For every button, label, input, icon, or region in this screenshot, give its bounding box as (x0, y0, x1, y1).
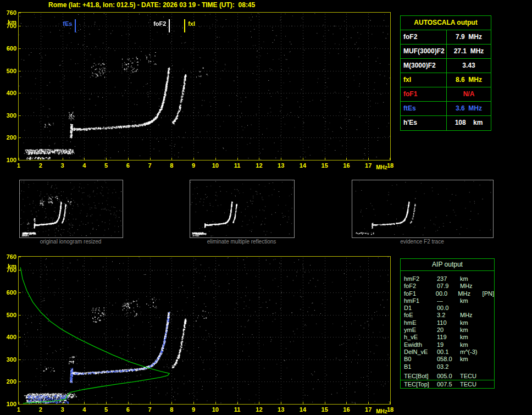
aip-row-extra (485, 327, 494, 334)
autoscala-row-value: 108 km (447, 116, 491, 130)
autoscala-row-fxI: fxI8.6 MHz (401, 73, 491, 87)
autoscala-row-label: foF2 (401, 30, 447, 44)
aip-row-TEC[Top]: TEC[Top]007.5TECU (401, 380, 494, 388)
x-tick-label: 15 (319, 406, 330, 413)
x-tick-label: 3 (57, 162, 68, 169)
autoscala-row-label: h'Es (401, 116, 447, 130)
x-tick-label: 6 (123, 406, 134, 413)
aip-row-label: DelN_vE (404, 348, 437, 356)
x-tick-label: 4 (79, 406, 90, 413)
aip-row-extra (485, 283, 494, 290)
aip-row-unit: MHz (460, 283, 485, 290)
aip-tec-extra (485, 372, 494, 380)
x-tick-label: 4 (79, 162, 90, 169)
aip-row-value: 110 (437, 319, 460, 327)
autoscala-row-value: 3.43 (447, 59, 491, 73)
aip-row-value: --- (437, 297, 460, 305)
aip-row-unit: MHz (458, 290, 482, 297)
ionogram-profile-chart: 760700600500400300200100km12345678910111… (2, 256, 395, 415)
x-tick-label: 14 (297, 162, 308, 169)
autoscala-row-label: ftEs (401, 102, 447, 115)
thumbnail-evidence-canvas (352, 180, 492, 236)
x-tick-label: 12 (253, 406, 264, 413)
aip-row-label: hmF1 (404, 297, 437, 305)
chart-bottom-plot (18, 256, 391, 405)
y-tick-label: 400 (2, 334, 16, 340)
aip-row-extra (485, 297, 494, 305)
aip-row-hmE: hmE110km (404, 319, 494, 327)
aip-row-ymE: ymE20km (404, 327, 494, 334)
aip-row-extra (485, 363, 494, 370)
y-axis-unit: km (2, 263, 16, 269)
marker-label-foF2: foF2 (153, 20, 166, 27)
x-tick-label: 1 (13, 406, 24, 413)
aip-row-unit (460, 363, 485, 370)
aip-row-hmF2: hmF2237km (404, 275, 494, 283)
x-tick-label: 6 (123, 162, 134, 169)
autoscala-table: foF27.9 MHzMUF(3000)F227.1 MHzM(3000)F23… (401, 30, 491, 130)
aip-row-value: 00.0 (437, 305, 460, 312)
aip-row-unit: km (460, 319, 485, 327)
aip-row-label: hmE (404, 319, 437, 327)
thumbnail-caption-eliminate: eliminate multiple reflections (190, 239, 293, 245)
x-tick-label: 2 (35, 406, 46, 413)
aip-row-extra (485, 348, 494, 356)
aip-row-label: B0 (404, 356, 437, 363)
y-tick-label: 500 (2, 312, 16, 318)
aip-row-unit: km (460, 341, 485, 348)
x-tick-label: 2 (35, 162, 46, 169)
x-tick-label: 9 (188, 162, 199, 169)
marker-line-foF2 (169, 19, 170, 32)
aip-row-B0: B0058.0km (404, 356, 494, 363)
aip-row-unit: km (460, 297, 485, 305)
marker-line-fxI (184, 19, 185, 32)
aip-row-unit (460, 305, 485, 312)
thumbnail-original-canvas (20, 180, 121, 236)
autoscala-row-label: fxI (401, 73, 447, 87)
aip-row-value: 237 (437, 275, 460, 283)
autoscala-window: Rome (lat: +41.8, lon: 012.5) - DATE: 20… (0, 0, 532, 415)
x-tick-label: 5 (101, 406, 112, 413)
x-tick-label: 14 (297, 406, 308, 413)
x-axis-unit: MHz (376, 408, 387, 414)
x-axis-unit: MHz (376, 164, 387, 170)
aip-row-value: 07.9 (437, 283, 460, 290)
x-tick-label: 16 (341, 406, 352, 413)
aip-row-value: 3.2 (437, 312, 460, 319)
x-tick-label: 8 (166, 406, 177, 413)
x-tick-label: 1 (13, 162, 24, 169)
aip-row-label: hmF2 (404, 275, 437, 283)
aip-tec-label: TEC[Top] (404, 380, 437, 388)
aip-row-label: foF1 (404, 290, 436, 297)
autoscala-row-MUF(3000)F2: MUF(3000)F227.1 MHz (401, 45, 491, 59)
aip-row-Ewidth: Ewidth19km (404, 341, 494, 348)
x-tick-label: 12 (253, 162, 264, 169)
y-tick-label: 300 (2, 112, 16, 119)
y-tick-label: 760 (2, 9, 16, 16)
aip-tec-rows: TEC[Bot]005.0TECUTEC[Top]007.5TECU (401, 372, 494, 388)
aip-row-label: foF2 (404, 283, 437, 290)
aip-row-unit: km (460, 275, 485, 283)
aip-tec-extra (485, 380, 494, 388)
autoscala-row-value: 27.1 MHz (447, 45, 491, 58)
aip-row-extra (485, 319, 494, 327)
aip-row-TEC[Bot]: TEC[Bot]005.0TECU (401, 372, 494, 380)
aip-tec-value: 007.5 (437, 380, 460, 388)
autoscala-row-value: 8.6 MHz (447, 73, 491, 87)
aip-row-B1: B103.2 (404, 363, 494, 370)
aip-row-value: 19 (437, 341, 460, 348)
aip-row-value: 119 (437, 334, 460, 341)
autoscala-row-foF1: foF1N/A (401, 87, 491, 102)
aip-panel-title: AIP output (401, 259, 494, 271)
thumbnail-eliminate-reflections (190, 180, 295, 238)
x-tick-label: 8 (166, 162, 177, 169)
aip-row-value: 00.0 (436, 290, 458, 297)
aip-row-foE: foE3.2MHz (404, 312, 494, 319)
autoscala-row-h'Es: h'Es108 km (401, 116, 491, 130)
x-tick-label: 11 (232, 406, 243, 413)
aip-tec-value: 005.0 (437, 372, 460, 380)
aip-output-panel: AIP output hmF2237kmfoF207.9MHzfoF100.0M… (400, 258, 495, 389)
thumbnail-caption-original: original ionogram resized (19, 239, 122, 245)
thumbnail-eliminate-canvas (190, 180, 293, 236)
y-axis-unit: km (2, 19, 16, 25)
